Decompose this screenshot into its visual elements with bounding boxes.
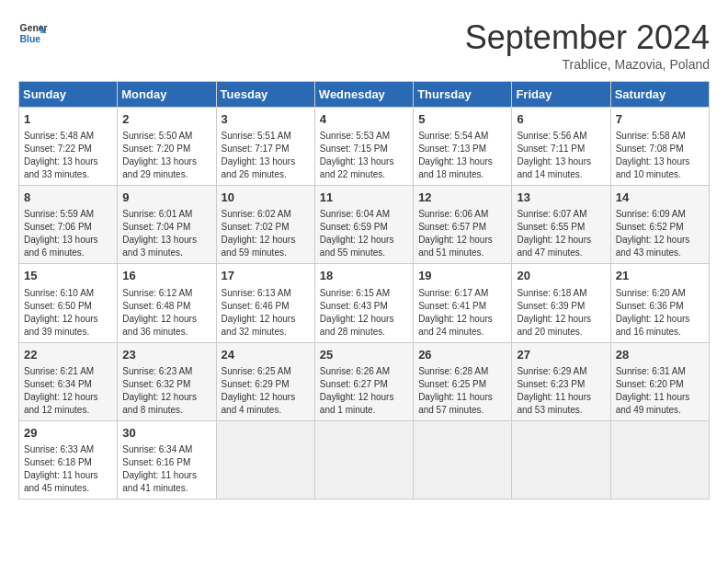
day-number: 14	[616, 190, 704, 206]
table-cell: 29Sunrise: 6:33 AMSunset: 6:18 PMDayligh…	[19, 420, 118, 499]
page-header: General Blue September 2024 Trablice, Ma…	[18, 18, 710, 72]
day-number: 25	[320, 347, 408, 363]
table-cell: 27Sunrise: 6:29 AMSunset: 6:23 PMDayligh…	[512, 342, 610, 420]
table-cell: 20Sunrise: 6:18 AMSunset: 6:39 PMDayligh…	[512, 264, 610, 342]
table-cell	[314, 420, 413, 499]
day-number: 2	[122, 111, 210, 128]
day-info: Sunrise: 6:34 AMSunset: 6:16 PMDaylight:…	[122, 443, 210, 495]
table-cell: 13Sunrise: 6:07 AMSunset: 6:55 PMDayligh…	[512, 186, 610, 264]
day-number: 23	[122, 347, 210, 363]
day-info: Sunrise: 6:13 AMSunset: 6:46 PMDaylight:…	[222, 287, 310, 339]
table-cell: 16Sunrise: 6:12 AMSunset: 6:48 PMDayligh…	[118, 264, 216, 342]
table-cell: 1Sunrise: 5:48 AMSunset: 7:22 PMDaylight…	[19, 108, 118, 186]
table-cell: 10Sunrise: 6:02 AMSunset: 7:02 PMDayligh…	[216, 186, 314, 264]
day-number: 12	[418, 190, 506, 206]
table-cell: 28Sunrise: 6:31 AMSunset: 6:20 PMDayligh…	[610, 342, 709, 420]
table-cell: 11Sunrise: 6:04 AMSunset: 6:59 PMDayligh…	[314, 186, 413, 264]
col-thursday: Thursday	[414, 82, 512, 108]
logo: General Blue	[18, 18, 48, 48]
day-info: Sunrise: 6:20 AMSunset: 6:36 PMDaylight:…	[616, 287, 704, 339]
day-info: Sunrise: 6:29 AMSunset: 6:23 PMDaylight:…	[517, 365, 605, 417]
table-cell: 18Sunrise: 6:15 AMSunset: 6:43 PMDayligh…	[314, 264, 413, 342]
day-info: Sunrise: 6:09 AMSunset: 6:52 PMDaylight:…	[616, 208, 704, 259]
day-info: Sunrise: 6:02 AMSunset: 7:02 PMDaylight:…	[222, 208, 310, 259]
day-info: Sunrise: 5:54 AMSunset: 7:13 PMDaylight:…	[418, 130, 506, 181]
day-info: Sunrise: 6:26 AMSunset: 6:27 PMDaylight:…	[320, 365, 408, 417]
table-cell: 21Sunrise: 6:20 AMSunset: 6:36 PMDayligh…	[610, 264, 709, 342]
day-number: 1	[24, 111, 112, 128]
day-info: Sunrise: 5:58 AMSunset: 7:08 PMDaylight:…	[616, 130, 704, 181]
day-info: Sunrise: 6:01 AMSunset: 7:04 PMDaylight:…	[122, 208, 210, 259]
day-number: 3	[222, 111, 310, 128]
day-number: 20	[517, 268, 605, 284]
day-number: 4	[320, 111, 408, 128]
day-number: 30	[122, 425, 210, 442]
day-info: Sunrise: 6:33 AMSunset: 6:18 PMDaylight:…	[24, 443, 112, 495]
day-number: 7	[616, 111, 704, 128]
table-cell: 12Sunrise: 6:06 AMSunset: 6:57 PMDayligh…	[414, 186, 512, 264]
table-cell: 14Sunrise: 6:09 AMSunset: 6:52 PMDayligh…	[610, 186, 709, 264]
day-info: Sunrise: 5:50 AMSunset: 7:20 PMDaylight:…	[122, 130, 210, 181]
table-cell: 7Sunrise: 5:58 AMSunset: 7:08 PMDaylight…	[610, 108, 709, 186]
table-cell: 22Sunrise: 6:21 AMSunset: 6:34 PMDayligh…	[19, 342, 118, 420]
svg-text:Blue: Blue	[20, 34, 41, 44]
table-cell: 8Sunrise: 5:59 AMSunset: 7:06 PMDaylight…	[19, 186, 118, 264]
day-info: Sunrise: 6:23 AMSunset: 6:32 PMDaylight:…	[122, 365, 210, 417]
day-number: 10	[222, 190, 310, 206]
table-cell: 26Sunrise: 6:28 AMSunset: 6:25 PMDayligh…	[414, 342, 512, 420]
day-number: 28	[616, 347, 704, 363]
day-info: Sunrise: 6:25 AMSunset: 6:29 PMDaylight:…	[222, 365, 310, 417]
table-cell	[610, 420, 709, 499]
day-number: 11	[320, 190, 408, 206]
table-cell: 6Sunrise: 5:56 AMSunset: 7:11 PMDaylight…	[512, 108, 610, 186]
table-cell: 17Sunrise: 6:13 AMSunset: 6:46 PMDayligh…	[216, 264, 314, 342]
day-info: Sunrise: 6:28 AMSunset: 6:25 PMDaylight:…	[418, 365, 506, 417]
col-sunday: Sunday	[19, 82, 118, 108]
location-subtitle: Trablice, Mazovia, Poland	[465, 57, 710, 72]
day-number: 16	[122, 268, 210, 284]
day-info: Sunrise: 6:17 AMSunset: 6:41 PMDaylight:…	[418, 287, 506, 339]
day-info: Sunrise: 5:51 AMSunset: 7:17 PMDaylight:…	[222, 130, 310, 181]
day-info: Sunrise: 6:07 AMSunset: 6:55 PMDaylight:…	[517, 208, 605, 259]
day-info: Sunrise: 5:48 AMSunset: 7:22 PMDaylight:…	[24, 130, 112, 181]
col-tuesday: Tuesday	[216, 82, 314, 108]
day-number: 13	[517, 190, 605, 206]
day-number: 24	[222, 347, 310, 363]
month-title: September 2024	[465, 18, 710, 57]
day-number: 18	[320, 268, 408, 284]
table-cell	[512, 420, 610, 499]
col-wednesday: Wednesday	[314, 82, 413, 108]
table-cell	[216, 420, 314, 499]
day-info: Sunrise: 6:12 AMSunset: 6:48 PMDaylight:…	[122, 287, 210, 339]
day-info: Sunrise: 6:18 AMSunset: 6:39 PMDaylight:…	[517, 287, 605, 339]
table-cell: 3Sunrise: 5:51 AMSunset: 7:17 PMDaylight…	[216, 108, 314, 186]
day-number: 29	[24, 425, 112, 442]
day-info: Sunrise: 6:10 AMSunset: 6:50 PMDaylight:…	[24, 287, 112, 339]
col-friday: Friday	[512, 82, 610, 108]
table-cell: 25Sunrise: 6:26 AMSunset: 6:27 PMDayligh…	[314, 342, 413, 420]
table-cell: 9Sunrise: 6:01 AMSunset: 7:04 PMDaylight…	[118, 186, 216, 264]
table-cell: 15Sunrise: 6:10 AMSunset: 6:50 PMDayligh…	[19, 264, 118, 342]
table-cell: 19Sunrise: 6:17 AMSunset: 6:41 PMDayligh…	[414, 264, 512, 342]
day-number: 27	[517, 347, 605, 363]
day-number: 15	[24, 268, 112, 284]
table-cell: 2Sunrise: 5:50 AMSunset: 7:20 PMDaylight…	[118, 108, 216, 186]
calendar-table: Sunday Monday Tuesday Wednesday Thursday…	[18, 81, 710, 500]
col-monday: Monday	[118, 82, 216, 108]
day-number: 8	[24, 190, 112, 206]
day-info: Sunrise: 6:06 AMSunset: 6:57 PMDaylight:…	[418, 208, 506, 259]
day-number: 19	[418, 268, 506, 284]
table-cell: 30Sunrise: 6:34 AMSunset: 6:16 PMDayligh…	[118, 420, 216, 499]
day-info: Sunrise: 6:31 AMSunset: 6:20 PMDaylight:…	[616, 365, 704, 417]
day-info: Sunrise: 6:04 AMSunset: 6:59 PMDaylight:…	[320, 208, 408, 259]
day-info: Sunrise: 6:15 AMSunset: 6:43 PMDaylight:…	[320, 287, 408, 339]
day-number: 9	[122, 190, 210, 206]
table-cell: 4Sunrise: 5:53 AMSunset: 7:15 PMDaylight…	[314, 108, 413, 186]
table-cell: 5Sunrise: 5:54 AMSunset: 7:13 PMDaylight…	[414, 108, 512, 186]
table-cell	[414, 420, 512, 499]
title-area: September 2024 Trablice, Mazovia, Poland	[465, 18, 710, 72]
day-number: 17	[222, 268, 310, 284]
table-cell: 23Sunrise: 6:23 AMSunset: 6:32 PMDayligh…	[118, 342, 216, 420]
day-info: Sunrise: 5:59 AMSunset: 7:06 PMDaylight:…	[24, 208, 112, 259]
table-cell: 24Sunrise: 6:25 AMSunset: 6:29 PMDayligh…	[216, 342, 314, 420]
